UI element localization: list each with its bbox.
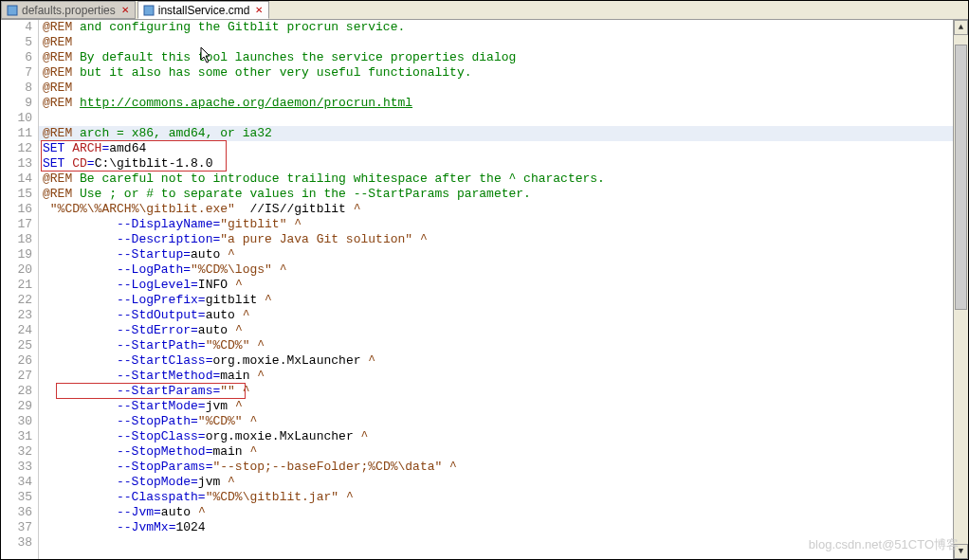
line-number: 17 bbox=[1, 217, 32, 232]
code-line: "%CD%\%ARCH%\gitblit.exe" //IS//gitblit … bbox=[39, 202, 968, 217]
scroll-down-button[interactable]: ▼ bbox=[954, 544, 968, 559]
code-line: @REM Be careful not to introduce trailin… bbox=[39, 172, 968, 187]
code-line: --StdOutput=auto ^ bbox=[39, 308, 968, 323]
editor-area: 4567891011121314151617181920212223242526… bbox=[1, 20, 968, 559]
code-line: --StopMode=jvm ^ bbox=[39, 475, 968, 490]
code-line: --StartMethod=main ^ bbox=[39, 369, 968, 384]
code-line: @REM Use ; or # to separate values in th… bbox=[39, 187, 968, 202]
tab-install-service[interactable]: installService.cmd ✕ bbox=[137, 1, 270, 19]
code-line: --StopParams="--stop;--baseFolder;%CD%\d… bbox=[39, 460, 968, 475]
line-number: 33 bbox=[1, 460, 32, 475]
line-number: 5 bbox=[1, 35, 32, 50]
code-line: @REM http://commons.apache.org/daemon/pr… bbox=[39, 96, 968, 111]
line-number: 28 bbox=[1, 384, 32, 399]
svg-rect-1 bbox=[144, 6, 154, 15]
tab-label: installService.cmd bbox=[158, 4, 250, 17]
code-line: @REM By default this tool launches the s… bbox=[39, 50, 968, 65]
code-line: @REM and configuring the Gitblit procrun… bbox=[39, 20, 968, 35]
line-number: 14 bbox=[1, 172, 32, 187]
line-number: 29 bbox=[1, 399, 32, 414]
line-number: 20 bbox=[1, 262, 32, 278]
line-number: 36 bbox=[1, 505, 32, 520]
code-line bbox=[39, 111, 968, 126]
code-editor[interactable]: @REM and configuring the Gitblit procrun… bbox=[39, 20, 968, 559]
code-line: @REM bbox=[39, 35, 968, 50]
code-line: --StopMethod=main ^ bbox=[39, 444, 968, 460]
line-number: 4 bbox=[1, 20, 32, 35]
line-number: 31 bbox=[1, 429, 32, 444]
line-number: 32 bbox=[1, 444, 32, 460]
tab-bar: defaults.properties ✕ installService.cmd… bbox=[1, 1, 968, 20]
line-number: 18 bbox=[1, 232, 32, 247]
line-number: 37 bbox=[1, 520, 32, 535]
code-line: --DisplayName="gitblit" ^ bbox=[39, 217, 968, 232]
line-number: 11 bbox=[1, 126, 32, 141]
code-line: --StartPath="%CD%" ^ bbox=[39, 338, 968, 353]
code-line: --JvmMx=1024 bbox=[39, 520, 968, 535]
line-number: 34 bbox=[1, 475, 32, 490]
code-line: @REM but it also has some other very use… bbox=[39, 65, 968, 81]
close-icon[interactable]: ✕ bbox=[119, 5, 131, 16]
code-line: @REM bbox=[39, 81, 968, 96]
code-line: --LogLevel=INFO ^ bbox=[39, 278, 968, 293]
code-line: @REM arch = x86, amd64, or ia32 bbox=[39, 126, 968, 141]
line-number: 10 bbox=[1, 111, 32, 126]
code-line: --StopPath="%CD%" ^ bbox=[39, 414, 968, 429]
scroll-up-button[interactable]: ▲ bbox=[954, 20, 968, 35]
line-number: 19 bbox=[1, 247, 32, 262]
code-line: --Jvm=auto ^ bbox=[39, 505, 968, 520]
code-line: --LogPrefix=gitblit ^ bbox=[39, 293, 968, 308]
file-icon bbox=[6, 4, 19, 17]
line-number-gutter: 4567891011121314151617181920212223242526… bbox=[1, 20, 39, 559]
line-number: 7 bbox=[1, 65, 32, 81]
scroll-track[interactable] bbox=[954, 35, 968, 544]
scroll-thumb[interactable] bbox=[955, 45, 967, 310]
code-line: --Description="a pure Java Git solution"… bbox=[39, 232, 968, 247]
line-number: 26 bbox=[1, 353, 32, 369]
line-number: 35 bbox=[1, 490, 32, 505]
line-number: 27 bbox=[1, 369, 32, 384]
line-number: 24 bbox=[1, 323, 32, 338]
svg-rect-0 bbox=[8, 6, 17, 15]
code-line: --StartParams="" ^ bbox=[39, 384, 968, 399]
line-number: 23 bbox=[1, 308, 32, 323]
line-number: 8 bbox=[1, 81, 32, 96]
line-number: 9 bbox=[1, 96, 32, 111]
code-line: --LogPath="%CD%\logs" ^ bbox=[39, 262, 968, 278]
line-number: 25 bbox=[1, 338, 32, 353]
code-line: SET ARCH=amd64 bbox=[39, 141, 968, 156]
code-line: --StartMode=jvm ^ bbox=[39, 399, 968, 414]
line-number: 16 bbox=[1, 202, 32, 217]
line-number: 22 bbox=[1, 293, 32, 308]
code-line bbox=[39, 535, 968, 551]
code-line: --Classpath="%CD%\gitblit.jar" ^ bbox=[39, 490, 968, 505]
line-number: 38 bbox=[1, 535, 32, 551]
line-number: 12 bbox=[1, 141, 32, 156]
code-line: SET CD=C:\gitblit-1.8.0 bbox=[39, 156, 968, 172]
code-line: --StdError=auto ^ bbox=[39, 323, 968, 338]
tab-label: defaults.properties bbox=[22, 4, 116, 17]
line-number: 30 bbox=[1, 414, 32, 429]
line-number: 6 bbox=[1, 50, 32, 65]
tab-defaults-properties[interactable]: defaults.properties ✕ bbox=[1, 1, 136, 19]
close-icon[interactable]: ✕ bbox=[253, 5, 265, 16]
code-line: --StartClass=org.moxie.MxLauncher ^ bbox=[39, 353, 968, 369]
code-line: --Startup=auto ^ bbox=[39, 247, 968, 262]
line-number: 15 bbox=[1, 187, 32, 202]
line-number: 21 bbox=[1, 278, 32, 293]
file-icon bbox=[142, 4, 155, 17]
vertical-scrollbar[interactable]: ▲ ▼ bbox=[953, 20, 968, 559]
code-line: --StopClass=org.moxie.MxLauncher ^ bbox=[39, 429, 968, 444]
line-number: 13 bbox=[1, 156, 32, 172]
